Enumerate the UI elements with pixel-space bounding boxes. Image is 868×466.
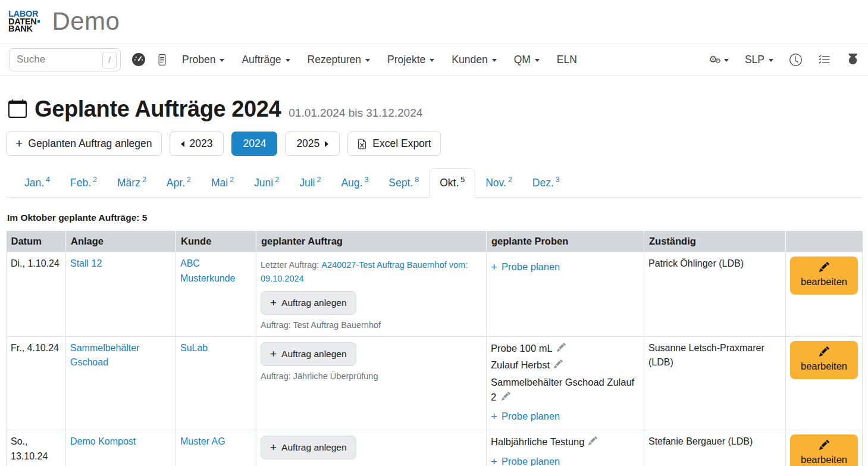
chevron-down-icon (769, 59, 773, 62)
history-clock-icon[interactable] (789, 54, 802, 66)
probe-label: Probe 100 mL (491, 341, 553, 356)
bearbeiten-button[interactable]: bearbeiten (790, 434, 858, 466)
cell-actions: bearbeiten (786, 430, 863, 466)
cell-geplante-proben: Halbjährliche Testung + Probe planen (487, 430, 644, 466)
tab-month-feb[interactable]: Feb.2 (60, 169, 107, 197)
cell-zustaendig: Stefanie Bergauer (LDB) (644, 430, 786, 466)
tab-month-nov[interactable]: Nov.2 (475, 169, 522, 197)
logo-square-icon (37, 20, 40, 23)
chevron-down-icon (430, 59, 434, 62)
tab-month-juli[interactable]: Juli2 (289, 169, 331, 197)
table-row: So., 13.10.24 Demo Kompost Muster AG + A… (7, 430, 863, 466)
cell-actions: bearbeiten (786, 252, 863, 336)
col-header-zustaendig: Zuständig (644, 231, 786, 252)
plus-icon: + (491, 453, 497, 466)
chevron-down-icon (286, 59, 290, 62)
nav-menu-proben[interactable]: Proben (182, 54, 224, 66)
chevron-down-icon (220, 59, 224, 62)
caret-left-icon (181, 141, 184, 147)
auftrag-anlegen-button[interactable]: + Auftrag anlegen (261, 436, 356, 459)
task-list-icon[interactable] (818, 54, 831, 66)
bearbeiten-button[interactable]: bearbeiten (790, 257, 858, 295)
dashboard-icon[interactable] (132, 53, 145, 66)
col-header-geplante-proben: geplante Proben (487, 231, 644, 252)
user-menu-slp[interactable]: SLP (745, 54, 773, 66)
col-header-actions (786, 231, 863, 252)
probe-planen-link[interactable]: + Probe planen (491, 258, 560, 276)
table-row: Di., 1.10.24 Stall 12 ABC Musterkunde Le… (7, 252, 863, 336)
edit-pencil-icon[interactable] (557, 341, 566, 356)
anlage-link[interactable]: Demo Kompost (70, 434, 136, 449)
col-header-kunde: Kunde (176, 231, 256, 252)
document-icon[interactable] (156, 54, 168, 65)
nav-menu-kunden[interactable]: Kunden (452, 54, 496, 66)
auftrag-note: Auftrag: geplanter Auftrag Test (261, 463, 482, 466)
settings-gears-icon[interactable]: ⚙⚙ (709, 55, 729, 64)
auftrag-anlegen-button[interactable]: + Auftrag anlegen (261, 291, 356, 315)
cell-geplanter-auftrag: + Auftrag anlegen Auftrag: geplanter Auf… (256, 430, 487, 466)
cell-zustaendig: Patrick Öhlinger (LDB) (644, 252, 786, 336)
calendar-icon (8, 99, 27, 120)
app-header: LABOR DATEN BANK Demo (0, 0, 868, 43)
tab-month-dez[interactable]: Dez.3 (522, 169, 570, 197)
nav-menu-auftraege[interactable]: Aufträge (242, 54, 290, 66)
search-shortcut-badge: / (102, 52, 117, 68)
edit-pencil-icon[interactable] (554, 358, 563, 373)
plus-icon: + (491, 408, 497, 425)
app-title: Demo (52, 7, 120, 36)
page-date-range: 01.01.2024 bis 31.12.2024 (289, 107, 422, 120)
cell-geplante-proben: Probe 100 mL Zulauf Herbst Sammelbehälte… (487, 336, 644, 430)
nav-menu-qm[interactable]: QM (514, 54, 540, 66)
cell-geplante-proben: + Probe planen (487, 252, 644, 336)
tab-month-okt[interactable]: Okt.5 (429, 168, 475, 198)
tab-month-aug[interactable]: Aug.3 (331, 169, 378, 197)
plus-icon: + (270, 441, 277, 454)
plus-icon: + (15, 136, 23, 151)
excel-export-button[interactable]: Excel Export (347, 132, 440, 156)
tab-month-mai[interactable]: Mai2 (201, 169, 244, 197)
kunde-link[interactable]: SuLab (180, 341, 208, 356)
tab-month-maerz[interactable]: März2 (107, 169, 156, 197)
labordatenbank-logo[interactable]: LABOR DATEN BANK (8, 10, 40, 32)
pencil-icon (819, 262, 829, 272)
auftrag-note: Auftrag: Test Auftrag Bauernhof (261, 318, 482, 331)
kunde-link[interactable]: Muster AG (180, 434, 225, 449)
search-wrap: / (9, 48, 121, 71)
nav-menu-projekte[interactable]: Projekte (387, 54, 434, 66)
cell-datum: Di., 1.10.24 (7, 252, 66, 336)
probe-planen-link[interactable]: + Probe planen (491, 408, 560, 425)
bearbeiten-button[interactable]: bearbeiten (790, 341, 858, 379)
power-logout-icon[interactable] (847, 54, 859, 66)
auftrag-anlegen-button[interactable]: + Auftrag anlegen (261, 342, 356, 366)
next-year-button[interactable]: 2025 (285, 132, 340, 156)
kunde-link[interactable]: ABC Musterkunde (180, 257, 252, 286)
tab-month-sept[interactable]: Sept.8 (378, 169, 429, 197)
chevron-down-icon (535, 59, 540, 62)
logo-line-bank: BANK (8, 25, 40, 32)
anlage-link[interactable]: Stall 12 (70, 257, 102, 271)
tab-month-juni[interactable]: Juni2 (244, 169, 289, 197)
probe-label: Halbjährliche Testung (491, 434, 584, 450)
tab-month-apr[interactable]: Apr.2 (156, 169, 201, 197)
letzter-auftrag-label: Letzter Auftrag: (261, 260, 319, 270)
create-planned-order-button[interactable]: + Geplanten Auftrag anlegen (6, 132, 162, 156)
planned-orders-table: Datum Anlage Kunde geplanter Auftrag gep… (6, 231, 863, 466)
prev-year-button[interactable]: 2023 (170, 132, 224, 156)
plus-icon: + (270, 348, 277, 361)
plus-icon: + (270, 296, 277, 309)
edit-pencil-icon[interactable] (588, 434, 597, 450)
nav-menu-rezepturen[interactable]: Rezepturen (308, 54, 370, 66)
tab-month-jan[interactable]: Jan.4 (14, 169, 60, 197)
chevron-down-icon (492, 59, 497, 62)
nav-menu-eln[interactable]: ELN (557, 54, 577, 66)
chevron-down-icon (724, 59, 729, 62)
current-year-button[interactable]: 2024 (231, 132, 277, 156)
probe-planen-link[interactable]: + Probe planen (491, 453, 560, 466)
cell-datum: Fr., 4.10.24 (7, 336, 66, 430)
chevron-down-icon (365, 59, 370, 62)
anlage-link[interactable]: Sammelbehälter Gschoad (70, 341, 171, 371)
cell-datum: So., 13.10.24 (7, 430, 66, 466)
cell-geplanter-auftrag: Letzter Auftrag:A240027-Test Auftrag Bau… (256, 252, 487, 336)
edit-pencil-icon[interactable] (502, 390, 510, 405)
month-summary: Im Oktober geplante Aufträge: 5 (6, 212, 862, 223)
